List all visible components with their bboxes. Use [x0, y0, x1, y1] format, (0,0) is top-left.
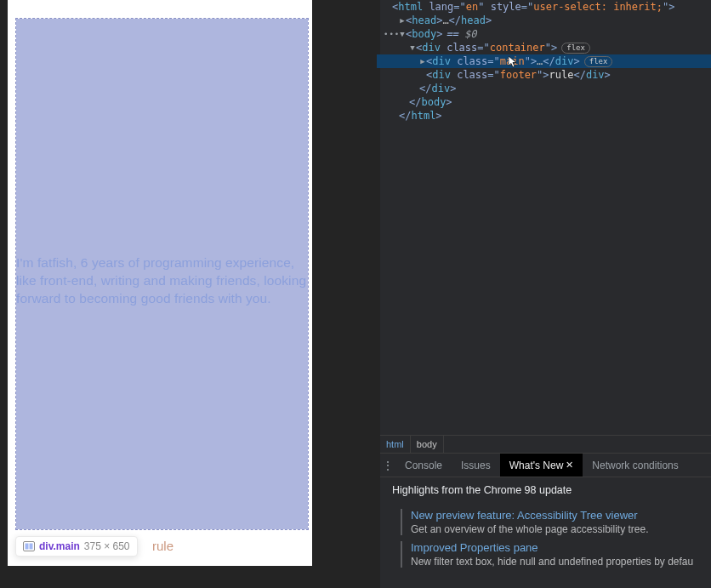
caret-right-icon[interactable]: ▶: [399, 14, 406, 27]
dom-close-container[interactable]: </div>: [384, 82, 711, 95]
dom-node-html[interactable]: <html lang="en" style="user-select: inhe…: [384, 0, 711, 14]
dom-node-body[interactable]: ••• ▼ <body> == $0: [384, 27, 711, 41]
flex-badge-icon: [23, 541, 35, 551]
whats-new-item[interactable]: New preview feature: Accessibility Tree …: [401, 509, 701, 535]
whats-new-heading: Highlights from the Chrome 98 update: [380, 477, 711, 503]
tab-issues[interactable]: Issues: [452, 454, 500, 477]
tab-network-conditions[interactable]: Network conditions: [583, 454, 687, 477]
dom-node-main[interactable]: ▶ <div class="main">…</div> flex: [377, 54, 711, 68]
whats-new-item-title: Improved Properties pane: [411, 541, 701, 554]
mouse-cursor-icon: [509, 56, 517, 68]
drawer-tabbar: ⋮ Console Issues What's New ✕ Network co…: [380, 454, 711, 477]
whats-new-panel: Highlights from the Chrome 98 update New…: [380, 477, 711, 568]
element-inspect-tooltip: div.main 375 × 650: [15, 536, 138, 557]
dom-breadcrumb[interactable]: html body: [380, 435, 711, 454]
tab-console[interactable]: Console: [395, 454, 452, 477]
whats-new-item[interactable]: Improved Properties pane New filter text…: [401, 541, 701, 568]
breadcrumb-html[interactable]: html: [380, 436, 411, 453]
flex-pill[interactable]: flex: [561, 43, 590, 54]
whats-new-item-title: New preview feature: Accessibility Tree …: [411, 509, 701, 522]
preview-body-text: I'm fatfish, 6 years of programming expe…: [16, 254, 310, 307]
dom-close-body[interactable]: </body>: [384, 95, 711, 109]
caret-right-icon[interactable]: ▶: [419, 54, 426, 68]
svg-rect-0: [24, 542, 35, 551]
svg-rect-2: [30, 544, 33, 550]
tab-whats-new[interactable]: What's New ✕: [500, 454, 583, 477]
breadcrumb-body[interactable]: body: [411, 436, 444, 453]
preview-footer-text: rule: [152, 539, 173, 553]
flex-pill[interactable]: flex: [584, 56, 613, 67]
page-preview: I'm fatfish, 6 years of programming expe…: [8, 0, 312, 566]
devtools-panel: <html lang="en" style="user-select: inhe…: [380, 0, 711, 588]
drawer-more-icon[interactable]: ⋮: [380, 459, 395, 472]
tooltip-selector: div.main: [39, 540, 80, 552]
svg-rect-1: [26, 544, 29, 550]
dom-node-container[interactable]: ▼ <div class="container"> flex: [384, 41, 711, 54]
tooltip-dimensions: 375 × 650: [84, 540, 130, 552]
whats-new-item-desc: New filter text box, hide null and undef…: [411, 556, 701, 568]
whats-new-item-desc: Get an overview of the whole page access…: [411, 523, 701, 535]
elements-tree[interactable]: <html lang="en" style="user-select: inhe…: [380, 0, 711, 123]
caret-down-icon[interactable]: ▼: [409, 41, 416, 54]
dom-close-html[interactable]: </html>: [384, 109, 711, 123]
selected-gutter-icon: •••: [384, 27, 400, 41]
dom-node-footer[interactable]: <div class="footer">rule</div>: [384, 68, 711, 82]
dom-node-head[interactable]: ▶ <head>…</head>: [384, 14, 711, 27]
tab-whats-new-label: What's New: [509, 460, 564, 471]
close-icon[interactable]: ✕: [566, 460, 573, 471]
